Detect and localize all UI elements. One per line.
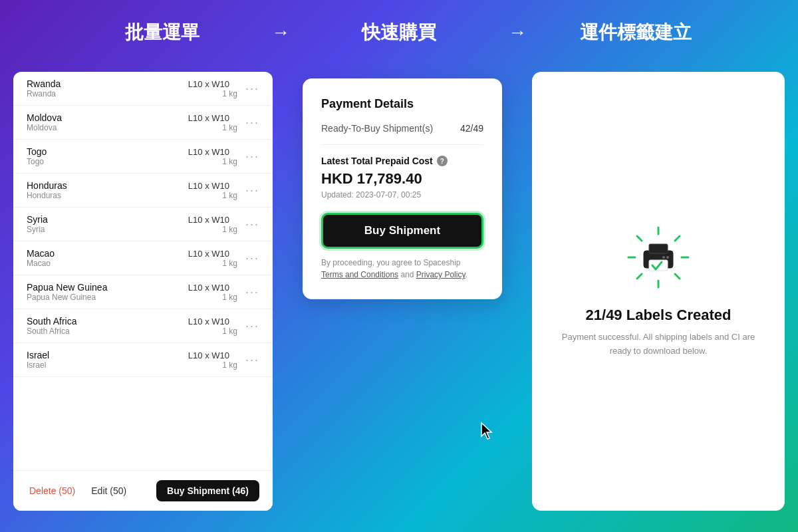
country-sub: Syria: [27, 225, 188, 234]
dims-label: L10 x W10: [188, 350, 229, 360]
header: 批量運單 → 快速購買 → 運件標籤建立: [0, 0, 798, 65]
privacy-link[interactable]: Privacy Policy: [416, 270, 466, 279]
shipment-dimensions: L10 x W10 1 kg: [188, 181, 237, 200]
more-options-button[interactable]: ···: [245, 116, 259, 130]
ready-count: 42/49: [460, 123, 483, 134]
more-options-button[interactable]: ···: [245, 353, 259, 367]
svg-point-11: [662, 256, 665, 259]
weight-label: 1 kg: [188, 157, 237, 166]
more-options-button[interactable]: ···: [245, 251, 259, 265]
weight-label: 1 kg: [188, 259, 237, 268]
weight-label: 1 kg: [188, 225, 237, 234]
shipment-list: Rwanda Rwanda L10 x W10 1 kg ··· Moldova…: [13, 72, 273, 473]
buy-shipment-button[interactable]: Buy Shipment: [321, 213, 483, 249]
weight-label: 1 kg: [188, 360, 237, 370]
shipment-info: Israel Israel: [27, 350, 188, 370]
country-sub: Israel: [27, 360, 188, 370]
divider: [321, 144, 483, 145]
country-name: Israel: [27, 350, 188, 360]
printer-icon: [638, 237, 678, 277]
more-options-button[interactable]: ···: [245, 319, 259, 333]
ready-label: Ready-To-Buy Shipment(s): [321, 123, 433, 134]
weight-label: 1 kg: [188, 327, 237, 336]
table-row: Papua New Guinea Papua New Guinea L10 x …: [13, 275, 273, 309]
shipment-info: Macao Macao: [27, 248, 188, 268]
dims-label: L10 x W10: [188, 249, 229, 259]
arrow1: →: [271, 22, 290, 43]
table-row: Honduras Honduras L10 x W10 1 kg ···: [13, 174, 273, 207]
table-row: Syria Syria L10 x W10 1 kg ···: [13, 207, 273, 241]
buy-shipment-bottom-button[interactable]: Buy Shipment (46): [156, 480, 259, 501]
payment-card: Payment Details Ready-To-Buy Shipment(s)…: [303, 78, 502, 299]
labels-panel: 21/49 Labels Created Payment successful.…: [532, 72, 785, 511]
arrow2: →: [508, 22, 527, 43]
table-row: Israel Israel L10 x W10 1 kg ···: [13, 343, 273, 377]
cursor-arrow: [479, 422, 495, 438]
table-row: Macao Macao L10 x W10 1 kg ···: [13, 241, 273, 275]
labels-title: 21/49 Labels Created: [586, 307, 732, 324]
step2-label: 快速購買: [290, 20, 508, 45]
country-sub: Rwanda: [27, 89, 188, 98]
terms-text: By proceeding, you agree to Spaceship Te…: [321, 257, 483, 281]
table-row: Rwanda Rwanda L10 x W10 1 kg ···: [13, 72, 273, 106]
country-name: Moldova: [27, 112, 188, 123]
dims-label: L10 x W10: [188, 79, 229, 89]
cost-updated: Updated: 2023-07-07, 00:25: [321, 190, 483, 200]
printer-icon-container: [625, 224, 692, 291]
shipment-dimensions: L10 x W10 1 kg: [188, 113, 237, 132]
svg-rect-9: [649, 244, 668, 253]
dims-label: L10 x W10: [188, 147, 229, 157]
step1-label: 批量運單: [53, 20, 271, 45]
shipment-dimensions: L10 x W10 1 kg: [188, 79, 237, 98]
dims-label: L10 x W10: [188, 215, 229, 225]
country-sub: South Africa: [27, 327, 188, 336]
more-options-button[interactable]: ···: [245, 285, 259, 299]
weight-label: 1 kg: [188, 123, 237, 132]
shipment-dimensions: L10 x W10 1 kg: [188, 317, 237, 336]
country-name: Rwanda: [27, 78, 188, 89]
more-options-button[interactable]: ···: [245, 184, 259, 198]
dims-label: L10 x W10: [188, 181, 229, 191]
shipment-dimensions: L10 x W10 1 kg: [188, 350, 237, 370]
step3-label: 運件標籤建立: [527, 20, 745, 45]
shipment-info: South Africa South Africa: [27, 316, 188, 336]
country-sub: Macao: [27, 259, 188, 268]
info-icon[interactable]: ?: [437, 156, 448, 166]
payment-title: Payment Details: [321, 97, 483, 111]
shipment-info: Papua New Guinea Papua New Guinea: [27, 282, 188, 302]
country-sub: Togo: [27, 157, 188, 166]
country-name: Papua New Guinea: [27, 282, 188, 293]
shipment-info: Togo Togo: [27, 146, 188, 166]
cost-amount: HKD 17,789.40: [321, 170, 483, 188]
country-name: Syria: [27, 214, 188, 225]
weight-label: 1 kg: [188, 191, 237, 200]
weight-label: 1 kg: [188, 89, 237, 98]
shipment-info: Syria Syria: [27, 214, 188, 234]
country-sub: Papua New Guinea: [27, 293, 188, 302]
payment-panel: Payment Details Ready-To-Buy Shipment(s)…: [273, 65, 532, 511]
more-options-button[interactable]: ···: [245, 150, 259, 164]
country-name: Macao: [27, 248, 188, 259]
svg-point-12: [666, 256, 669, 259]
country-name: South Africa: [27, 316, 188, 327]
country-name: Togo: [27, 146, 188, 157]
shipment-dimensions: L10 x W10 1 kg: [188, 283, 237, 302]
edit-button[interactable]: Edit (50): [84, 481, 133, 500]
terms-link[interactable]: Terms and Conditions: [321, 270, 398, 279]
table-row: Togo Togo L10 x W10 1 kg ···: [13, 140, 273, 174]
main-area: Rwanda Rwanda L10 x W10 1 kg ··· Moldova…: [0, 65, 798, 511]
shipment-dimensions: L10 x W10 1 kg: [188, 249, 237, 268]
dims-label: L10 x W10: [188, 113, 229, 123]
shipment-dimensions: L10 x W10 1 kg: [188, 215, 237, 234]
dims-label: L10 x W10: [188, 317, 229, 327]
country-sub: Moldova: [27, 123, 188, 132]
more-options-button[interactable]: ···: [245, 82, 259, 96]
table-row: Moldova Moldova L10 x W10 1 kg ···: [13, 106, 273, 140]
more-options-button[interactable]: ···: [245, 217, 259, 231]
weight-label: 1 kg: [188, 293, 237, 302]
dims-label: L10 x W10: [188, 283, 229, 293]
delete-button[interactable]: Delete (50): [27, 481, 78, 500]
labels-description: Payment successful. All shipping labels …: [552, 331, 765, 358]
ready-shipments-row: Ready-To-Buy Shipment(s) 42/49: [321, 123, 483, 134]
shipment-info: Rwanda Rwanda: [27, 78, 188, 98]
